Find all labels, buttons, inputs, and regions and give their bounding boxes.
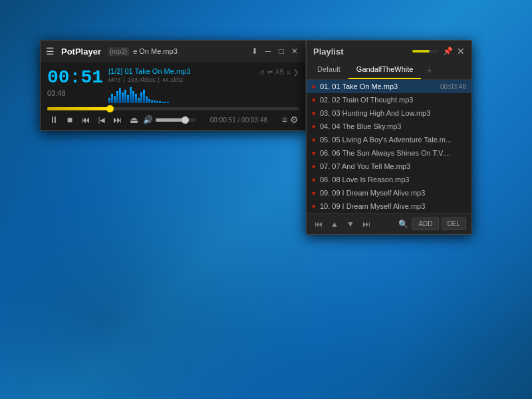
list-item[interactable]: ♥ 06. 06 The Sun Always Shines On T.V...… xyxy=(307,146,471,160)
extra-icon: ❯ xyxy=(293,68,299,76)
volume-icon: 🔊 xyxy=(143,115,153,124)
maximize-button[interactable]: □ xyxy=(276,47,287,56)
track-icon: ♥ xyxy=(312,176,316,184)
playlist-volume-fill xyxy=(412,50,430,53)
track-icon: ♥ xyxy=(312,123,316,130)
track-duration: 00:03:48 xyxy=(440,83,466,90)
track-name: 01. 01 Take On Me.mp3 xyxy=(320,82,436,90)
volume-thumb xyxy=(182,116,189,124)
track-info: [1/2] 01 Take On Me.mp3 MP3 | 193.4kbps … xyxy=(108,67,254,103)
player-window: ☰ PotPlayer {mp3} e On Me.mp3 ⬇ ─ □ ✕ 00… xyxy=(40,40,306,131)
list-item[interactable]: ♥ 08. 08 Love Is Reason.mp3 xyxy=(307,173,471,186)
next-button[interactable]: ⏭ xyxy=(111,114,124,125)
track-name: 04. 04 The Blue Sky.mp3 xyxy=(320,122,466,130)
player-main-row: 00:51 03:48 [1/2] 01 Take On Me.mp3 MP3 … xyxy=(47,67,299,103)
playlist-footer: ⏮ ▲ ▼ ⏭ 🔍 ADD DEL xyxy=(307,213,471,234)
move-down-button[interactable]: ▼ xyxy=(344,218,357,230)
playlist-header-controls: 📌 ✕ xyxy=(412,46,465,57)
player-logo: PotPlayer xyxy=(61,47,101,57)
list-item[interactable]: ♥ 09. 09 I Dream Myself Alive.mp3 xyxy=(307,186,471,200)
track-icon: ♥ xyxy=(312,83,316,90)
settings-button[interactable]: ⚙ xyxy=(290,114,299,125)
tab-gandalfthewhite[interactable]: GandalfTheWhite xyxy=(348,62,422,79)
list-item[interactable]: ♥ 02. 02 Train Of Thought.mp3 xyxy=(307,93,471,106)
ab-icon: AB xyxy=(275,68,284,76)
time-total: 03:48 xyxy=(47,89,103,97)
playlist-titlebar: Playlist 📌 ✕ xyxy=(307,41,471,62)
track-icon: ♥ xyxy=(312,190,316,197)
list-item[interactable]: ♥ 05. 05 Living A Boy's Adventure Tale.m… xyxy=(307,133,471,146)
list-item[interactable]: ♥ 01. 01 Take On Me.mp3 00:03:48 xyxy=(307,80,471,93)
time-indicator: 00:00:51 / 00:03:48 xyxy=(198,116,279,124)
controls-row: ⏸ ■ ⏮ |◀ ⏭ ⏏ 🔊 00:00:51 / 00:03:48 ≡ ⚙ xyxy=(47,114,299,125)
settings-icon: ≡ xyxy=(287,68,291,76)
stop-button[interactable]: ■ xyxy=(63,114,76,125)
download-button[interactable]: ⬇ xyxy=(249,47,260,56)
track-icon: ♥ xyxy=(312,163,316,170)
track-name: 08. 08 Love Is Reason.mp3 xyxy=(320,176,466,184)
add-button[interactable]: ADD xyxy=(412,217,438,230)
progress-thumb xyxy=(106,105,114,112)
track-icon: ♥ xyxy=(312,96,316,104)
playlist-title: Playlist xyxy=(313,47,412,57)
track-name: 10. 09 I Dream Myself Alive.mp3 xyxy=(320,202,466,210)
menu-icon[interactable]: ☰ xyxy=(46,46,55,57)
track-meta: MP3 | 193.4kbps | 44.1khz xyxy=(108,76,254,83)
del-button[interactable]: DEL xyxy=(442,217,466,230)
track-name: 06. 06 The Sun Always Shines On T.V.... xyxy=(320,149,466,157)
prev-button[interactable]: ⏮ xyxy=(79,114,92,125)
player-filename: e On Me.mp3 xyxy=(133,47,245,55)
track-icon: ♥ xyxy=(312,136,316,144)
list-item[interactable]: ♥ 07. 07 And You Tell Me.mp3 xyxy=(307,160,471,173)
track-name: 02. 02 Train Of Thought.mp3 xyxy=(320,96,466,104)
time-current: 00:51 xyxy=(47,67,103,88)
progress-container xyxy=(47,107,299,110)
first-button[interactable]: ⏮ xyxy=(312,218,325,230)
time-block: 00:51 03:48 xyxy=(47,67,103,97)
visualizer xyxy=(108,84,254,103)
playlist-window: Playlist 📌 ✕ Default GandalfTheWhite + ♥… xyxy=(306,40,472,235)
list-item[interactable]: ♥ 03. 03 Hunting High And Low.mp3 xyxy=(307,106,471,120)
pause-button[interactable]: ⏸ xyxy=(47,114,61,125)
repeat-icon: ↺ xyxy=(259,68,265,76)
shuffle-icon: ⇄ xyxy=(267,68,273,76)
playback-icons: ↺ ⇄ AB ≡ ❯ xyxy=(259,68,299,76)
tab-default[interactable]: Default xyxy=(309,62,348,79)
progress-bar[interactable] xyxy=(47,107,299,110)
playlist-close-button[interactable]: ✕ xyxy=(457,46,465,57)
minimize-button[interactable]: ─ xyxy=(263,47,273,56)
last-button[interactable]: ⏭ xyxy=(360,218,373,230)
format-badge: {mp3} xyxy=(108,47,129,56)
track-name: [1/2] 01 Take On Me.mp3 xyxy=(108,67,254,75)
close-button[interactable]: ✕ xyxy=(289,47,300,56)
track-icon: ♥ xyxy=(312,150,316,157)
player-content: 00:51 03:48 [1/2] 01 Take On Me.mp3 MP3 … xyxy=(41,62,305,130)
playlist-volume-bar[interactable] xyxy=(412,50,439,53)
frame-back-button[interactable]: |◀ xyxy=(95,116,108,124)
eject-button[interactable]: ⏏ xyxy=(127,114,140,125)
playlist-items: ♥ 01. 01 Take On Me.mp3 00:03:48 ♥ 02. 0… xyxy=(307,80,471,213)
titlebar-controls: ⬇ ─ □ ✕ xyxy=(249,47,300,56)
track-name: 03. 03 Hunting High And Low.mp3 xyxy=(320,109,466,117)
volume-bar[interactable] xyxy=(156,118,196,122)
list-item[interactable]: ♥ 10. 09 I Dream Myself Alive.mp3 xyxy=(307,200,471,213)
track-name: 09. 09 I Dream Myself Alive.mp3 xyxy=(320,189,466,197)
move-up-button[interactable]: ▲ xyxy=(328,218,341,230)
tab-add-button[interactable]: + xyxy=(421,62,437,79)
player-titlebar: ☰ PotPlayer {mp3} e On Me.mp3 ⬇ ─ □ ✕ xyxy=(41,41,305,62)
search-button[interactable]: 🔍 xyxy=(396,218,410,230)
volume-fill xyxy=(156,118,186,122)
playlist-toggle-button[interactable]: ≡ xyxy=(282,114,287,125)
playlist-tabs: Default GandalfTheWhite + xyxy=(307,62,471,80)
progress-fill xyxy=(47,107,110,110)
track-icon: ♥ xyxy=(312,110,316,117)
pin-button[interactable]: 📌 xyxy=(443,47,453,56)
track-name: 05. 05 Living A Boy's Adventure Tale.m..… xyxy=(320,136,466,144)
list-item[interactable]: ♥ 04. 04 The Blue Sky.mp3 xyxy=(307,120,471,133)
volume-container: 🔊 xyxy=(143,115,196,124)
track-name: 07. 07 And You Tell Me.mp3 xyxy=(320,162,466,170)
track-icon: ♥ xyxy=(312,203,316,210)
